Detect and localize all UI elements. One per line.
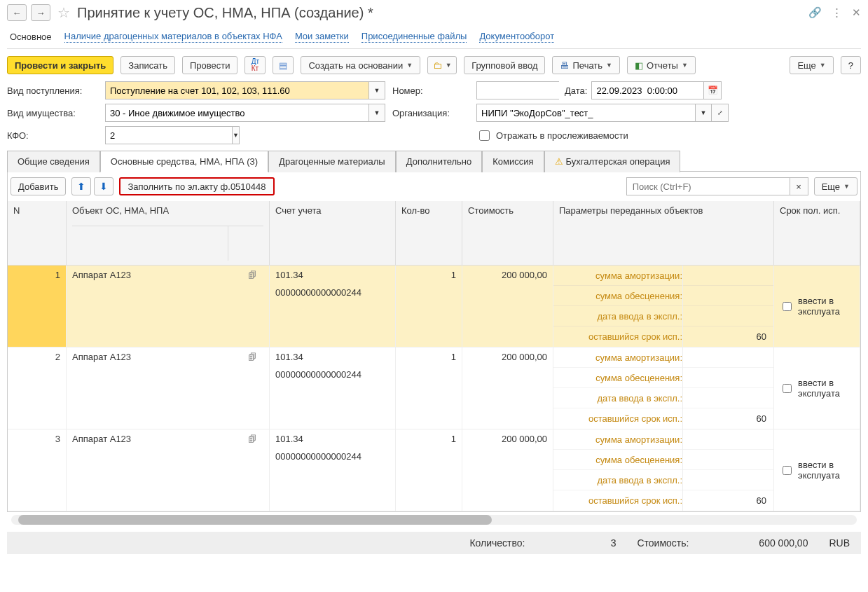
create-based-on-button[interactable]: Создать на основании▼: [301, 56, 420, 74]
org-dropdown-icon[interactable]: ▼: [695, 104, 712, 122]
col-account[interactable]: Счет учета: [270, 201, 396, 266]
tab-precious[interactable]: Драгоценные материалы: [268, 151, 396, 172]
number-label: Номер:: [392, 85, 469, 96]
nav-section-main[interactable]: Основное: [10, 32, 52, 42]
tab-assets[interactable]: Основные средства, НМА, НПА (3): [100, 151, 268, 172]
group-input-button[interactable]: Групповой ввод: [464, 56, 545, 74]
print-button[interactable]: 🖶 Печать▼: [552, 56, 620, 74]
dtkt-button[interactable]: ДтКт: [244, 56, 266, 74]
fill-by-eact-button[interactable]: Заполнить по эл.акту ф.0510448: [119, 177, 274, 195]
nav-link-notes[interactable]: Мои заметки: [295, 31, 349, 43]
table-row[interactable]: 3 Аппарат А123 🗐 101.34 0000000000000024…: [8, 429, 860, 511]
traceability-checkbox[interactable]: [479, 130, 490, 141]
col-object[interactable]: Объект ОС, НМА, НПА: [67, 201, 270, 266]
tab-accounting[interactable]: ⚠Бухгалтерская операция: [544, 151, 681, 172]
arrow-up-icon: ⬆: [77, 181, 85, 192]
enter-exploit-checkbox[interactable]: [783, 384, 792, 393]
enter-exploit-label: ввести в эксплуата: [798, 460, 854, 481]
folder-icon: 🗀: [433, 60, 442, 71]
post-button[interactable]: Провести: [182, 56, 238, 74]
org-label: Организация:: [392, 108, 469, 118]
receipt-type-dropdown-icon[interactable]: ▼: [368, 81, 385, 99]
org-field[interactable]: ▼ ⤢: [476, 104, 729, 122]
cell-params[interactable]: сумма амортизации: сумма обесценения: да…: [553, 266, 774, 347]
receipt-type-field[interactable]: ▼: [105, 81, 385, 99]
col-cost[interactable]: Стоимость: [462, 201, 553, 266]
clear-search-button[interactable]: ×: [790, 177, 808, 195]
cell-object[interactable]: Аппарат А123 🗐: [67, 429, 270, 511]
number-input[interactable]: [476, 81, 559, 99]
date-input[interactable]: [591, 81, 703, 99]
table-more-button[interactable]: Еще▼: [814, 177, 857, 195]
favorite-star-icon[interactable]: ☆: [57, 4, 70, 21]
link-icon[interactable]: 🔗: [808, 6, 822, 19]
cell-account[interactable]: 101.34 00000000000000244: [270, 266, 396, 347]
close-window-icon[interactable]: ✕: [852, 6, 861, 19]
scrollbar-thumb[interactable]: [18, 515, 492, 525]
cell-action[interactable]: ввести в эксплуата: [774, 266, 860, 347]
move-up-button[interactable]: ⬆: [71, 177, 91, 195]
nav-forward-button[interactable]: →: [31, 4, 50, 21]
nav-link-docflow[interactable]: Документооборот: [479, 31, 554, 43]
save-button[interactable]: Записать: [120, 56, 175, 74]
copy-icon[interactable]: 🗐: [248, 434, 256, 444]
table-row[interactable]: 2 Аппарат А123 🗐 101.34 0000000000000024…: [8, 347, 860, 429]
cell-qty[interactable]: 1: [396, 266, 462, 347]
org-expand-icon[interactable]: ⤢: [712, 104, 729, 122]
receipt-type-input[interactable]: [105, 81, 368, 99]
cell-action[interactable]: ввести в эксплуата: [774, 347, 860, 429]
cell-action[interactable]: ввести в эксплуата: [774, 429, 860, 511]
add-row-button[interactable]: Добавить: [11, 177, 66, 195]
tab-extra[interactable]: Дополнительно: [396, 151, 483, 172]
calendar-button[interactable]: 📅: [703, 81, 722, 99]
journal-icon: ▤: [279, 60, 287, 71]
cell-params[interactable]: сумма амортизации: сумма обесценения: да…: [553, 429, 774, 511]
cell-params[interactable]: сумма амортизации: сумма обесценения: да…: [553, 347, 774, 429]
move-down-button[interactable]: ⬇: [94, 177, 113, 195]
kfo-field[interactable]: ▼: [105, 126, 161, 144]
kfo-label: КФО:: [7, 130, 98, 141]
cell-account[interactable]: 101.34 00000000000000244: [270, 429, 396, 511]
asset-type-input[interactable]: [105, 104, 368, 122]
kfo-dropdown-icon[interactable]: ▼: [232, 126, 240, 144]
cell-rownum: 1: [8, 266, 67, 347]
cell-cost[interactable]: 200 000,00: [462, 429, 553, 511]
asset-type-field[interactable]: ▼: [105, 104, 385, 122]
post-and-close-button[interactable]: Провести и закрыть: [7, 56, 113, 74]
cell-account[interactable]: 101.34 00000000000000244: [270, 347, 396, 429]
enter-exploit-checkbox[interactable]: [783, 466, 792, 475]
enter-exploit-label: ввести в эксплуата: [798, 296, 854, 317]
tab-commission[interactable]: Комиссия: [482, 151, 544, 172]
col-qty[interactable]: Кол-во: [396, 201, 462, 266]
cell-qty[interactable]: 1: [396, 429, 462, 511]
horizontal-scrollbar[interactable]: [11, 515, 857, 525]
printer-icon: 🖶: [560, 60, 569, 71]
help-button[interactable]: ?: [841, 56, 861, 74]
table-row[interactable]: 1 Аппарат А123 🗐 101.34 0000000000000024…: [8, 266, 860, 347]
col-params[interactable]: Параметры переданных объектов: [553, 201, 774, 266]
nav-link-files[interactable]: Присоединенные файлы: [361, 31, 467, 43]
tab-general[interactable]: Общие сведения: [7, 151, 100, 172]
cell-object[interactable]: Аппарат А123 🗐: [67, 347, 270, 429]
cell-qty[interactable]: 1: [396, 347, 462, 429]
table-search-input[interactable]: [626, 177, 790, 195]
copy-icon[interactable]: 🗐: [248, 270, 256, 280]
kfo-input[interactable]: [105, 126, 232, 144]
cell-cost[interactable]: 200 000,00: [462, 347, 553, 429]
col-lifespan[interactable]: Срок пол. исп.: [774, 201, 860, 266]
cell-object[interactable]: Аппарат А123 🗐: [67, 266, 270, 347]
asset-type-dropdown-icon[interactable]: ▼: [368, 104, 385, 122]
nav-back-button[interactable]: ←: [7, 4, 27, 21]
reports-button[interactable]: ◧ Отчеты▼: [627, 56, 696, 74]
col-n[interactable]: N: [8, 201, 67, 266]
cell-cost[interactable]: 200 000,00: [462, 266, 553, 347]
attach-button[interactable]: 🗀▼: [427, 56, 457, 74]
kebab-menu-icon[interactable]: ⋮: [832, 6, 842, 19]
footer-qty-value: 3: [546, 537, 616, 549]
more-button[interactable]: Еще▼: [790, 56, 833, 74]
enter-exploit-checkbox[interactable]: [783, 302, 792, 311]
copy-icon[interactable]: 🗐: [248, 352, 256, 362]
nav-link-precious[interactable]: Наличие драгоценных материалов в объекта…: [64, 31, 282, 43]
org-input[interactable]: [476, 104, 695, 122]
journal-button[interactable]: ▤: [273, 56, 294, 74]
